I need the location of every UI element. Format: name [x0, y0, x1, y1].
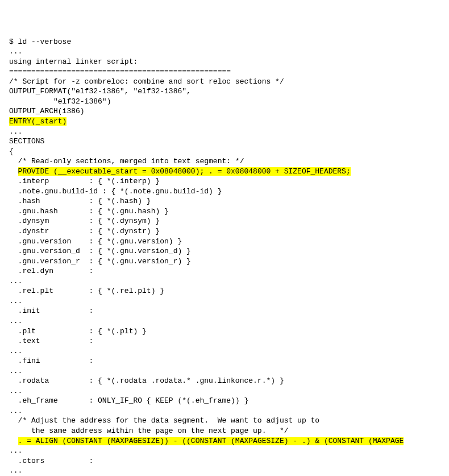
code-line-highlight-provide: PROVIDE (__executable_start = 0x08048000…: [18, 167, 351, 176]
code-line: PROVIDE (__executable_start = 0x08048000…: [9, 167, 351, 176]
code-line: .plt : { *(.plt) }: [9, 327, 147, 336]
code-line: .rel.plt : { *(.rel.plt) }: [9, 287, 164, 295]
code-line: .eh_frame : ONLY_IF_RO { KEEP (*(.eh_fra…: [9, 396, 248, 405]
code-line: . = ALIGN (CONSTANT (MAXPAGESIZE)) - ((C…: [9, 437, 404, 445]
code-line: OUTPUT_FORMAT("elf32-i386", "elf32-i386"…: [9, 87, 191, 96]
code-line-highlight-align: . = ALIGN (CONSTANT (MAXPAGESIZE)) - ((C…: [18, 437, 404, 445]
code-line: ...: [9, 407, 22, 415]
code-line: .rodata : { *(.rodata .rodata.* .gnu.lin…: [9, 376, 284, 385]
code-line: the same address within the page on the …: [9, 427, 288, 435]
code-line: using internal linker script:: [9, 57, 138, 66]
code-line: .text :: [9, 337, 93, 345]
code-line: .rel.dyn :: [9, 267, 93, 275]
code-line: ...: [9, 466, 22, 475]
code-line: /* Read-only sections, merged into text …: [9, 157, 244, 165]
code-line: .dynsym : { *(.dynsym) }: [9, 217, 160, 225]
code-line: {: [9, 147, 14, 156]
code-line: /* Adjust the address for the data segme…: [9, 416, 319, 425]
code-line: .ctors :: [9, 457, 93, 465]
code-line-highlight-entry: ENTRY(_start): [9, 117, 66, 126]
code-line: ...: [9, 387, 22, 395]
code-line: .gnu.hash : { *(.gnu.hash) }: [9, 207, 169, 216]
code-line: ...: [9, 317, 22, 325]
code-line: .dynstr : { *(.dynstr) }: [9, 227, 160, 235]
code-line: .init :: [9, 307, 93, 315]
code-line: ...: [9, 367, 22, 375]
code-line: ...: [9, 347, 22, 355]
code-line: "elf32-i386"): [9, 97, 111, 106]
code-line: .gnu.version_r : { *(.gnu.version_r) }: [9, 257, 191, 266]
code-line: .gnu.version_d : { *(.gnu.version_d) }: [9, 247, 191, 255]
code-line: .note.gnu.build-id : { *(.note.gnu.build…: [9, 187, 222, 196]
code-block: $ ld --verbose ... using internal linker…: [9, 37, 440, 476]
code-line: ...: [9, 277, 22, 285]
code-line: ...: [9, 47, 22, 56]
code-line: .gnu.version : { *(.gnu.version) }: [9, 237, 182, 246]
code-line: ...: [9, 446, 22, 455]
code-line: .hash : { *(.hash) }: [9, 197, 151, 205]
code-line: ...: [9, 127, 22, 136]
code-line: ========================================…: [9, 67, 231, 76]
code-line: .fini :: [9, 357, 93, 365]
code-line: $ ld --verbose: [9, 38, 71, 46]
code-line: ...: [9, 297, 22, 305]
code-line: /* Script for -z combreloc: combine and …: [9, 77, 284, 86]
code-line: SECTIONS: [9, 137, 44, 146]
code-line: OUTPUT_ARCH(i386): [9, 107, 85, 115]
code-line: .interp : { *(.interp) }: [9, 177, 160, 185]
